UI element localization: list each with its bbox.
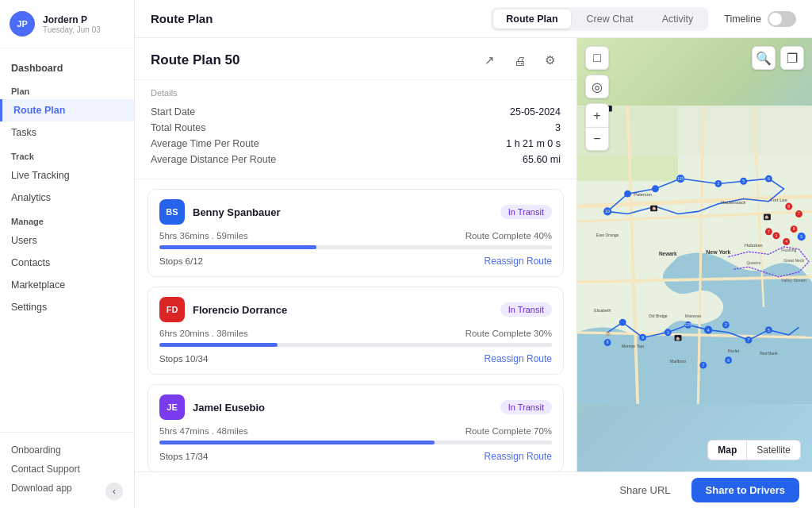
driver-time-dist: 5hrs 36mins . 59miles <box>159 231 248 241</box>
reassign-route-link[interactable]: Reassign Route <box>485 353 552 364</box>
svg-text:2: 2 <box>717 181 719 186</box>
footer-contact-support[interactable]: Contact Support <box>11 460 123 479</box>
status-badge: In Transit <box>500 302 552 317</box>
location-icon[interactable]: ◎ <box>585 75 609 98</box>
driver-footer: Stops 17/34 Reassign Route <box>159 451 552 462</box>
svg-text:New York: New York <box>706 249 730 255</box>
driver-time-dist: 6hrs 20mins . 38miles <box>159 329 248 338</box>
sidebar-item-analytics[interactable]: Analytics <box>0 187 134 209</box>
driver-footer: Stops 10/34 Reassign Route <box>159 353 552 364</box>
progress-bar-fill <box>159 441 435 444</box>
svg-text:9: 9 <box>793 227 795 232</box>
sidebar-item-tasks[interactable]: Tasks <box>0 121 134 144</box>
share-to-drivers-button[interactable]: Share to Drivers <box>691 478 799 502</box>
sidebar-footer: Onboarding Contact Support Download app … <box>0 432 134 508</box>
driver-card-jamel: JE Jamel Eusebio In Transit 5hrs 47mins … <box>147 384 564 471</box>
sidebar-item-settings[interactable]: Settings <box>0 296 134 318</box>
collapse-icon[interactable]: ‹ <box>105 483 123 500</box>
plan-icons: ↗ 🖨 ⚙ <box>478 49 561 71</box>
driver-avatar: BS <box>159 199 185 225</box>
zoom-out-icon[interactable]: − <box>585 127 609 151</box>
driver-stops: Stops 6/12 <box>159 256 203 266</box>
svg-text:Elizabeth: Elizabeth <box>594 308 611 313</box>
svg-text:125: 125 <box>678 177 684 181</box>
map-type-satellite[interactable]: Satellite <box>747 441 800 460</box>
svg-text:Fort Lee: Fort Lee <box>770 198 787 202</box>
status-badge: In Transit <box>500 400 552 414</box>
svg-text:Matawan: Matawan <box>685 314 702 318</box>
user-name: Jordern P <box>43 14 101 25</box>
reassign-route-link[interactable]: Reassign Route <box>485 451 552 462</box>
svg-text:Queens: Queens <box>746 260 760 265</box>
map-svg: 10 125 2 5 6 🏠 🏠 <box>577 38 812 471</box>
svg-text:6: 6 <box>768 176 770 181</box>
svg-text:4: 4 <box>785 239 787 244</box>
timeline-toggle[interactable] <box>768 11 796 27</box>
detail-avg-time: Average Time Per Route 1 h 21 m 0 s <box>151 136 561 152</box>
driver-stats: 6hrs 20mins . 38miles Route Complete 30% <box>159 329 552 338</box>
content-area: Route Plan 50 ↗ 🖨 ⚙ Details Start Date 2… <box>135 38 812 471</box>
driver-avatar: JE <box>159 394 185 420</box>
svg-text:Old Bridge: Old Bridge <box>649 314 668 318</box>
svg-text:Great Neck: Great Neck <box>783 258 804 263</box>
driver-header: FD Florencio Dorrance In Transit <box>159 297 552 322</box>
sidebar-item-route-plan[interactable]: Route Plan <box>0 99 134 121</box>
detail-total-routes: Total Routes 3 <box>151 120 561 136</box>
sidebar-item-marketplace[interactable]: Marketplace <box>0 274 134 296</box>
sidebar-section-plan: Plan <box>0 79 134 99</box>
sidebar-item-dashboard[interactable]: Dashboard <box>0 55 134 79</box>
tab-group: Route Plan Crew Chat Activity <box>491 7 708 31</box>
map-type-selector: Map Satellite <box>707 440 801 460</box>
svg-text:5: 5 <box>800 234 802 239</box>
detail-avg-dist: Average Distance Per Route 65.60 mi <box>151 152 561 167</box>
svg-text:3: 3 <box>775 233 777 238</box>
svg-text:7: 7 <box>702 363 704 368</box>
sidebar-item-users[interactable]: Users <box>0 229 134 252</box>
reassign-route-link[interactable]: Reassign Route <box>485 256 552 267</box>
main-content: Route Plan Route Plan Crew Chat Activity… <box>135 0 812 508</box>
zoom-in-icon[interactable]: + <box>585 103 609 127</box>
svg-text:Flushing: Flushing <box>781 248 796 252</box>
svg-text:7: 7 <box>768 229 770 234</box>
share-url-button[interactable]: Share URL <box>607 478 683 502</box>
footer-download-app[interactable]: Download app ‹ <box>11 479 123 498</box>
sidebar-item-live-tracking[interactable]: Live Tracking <box>0 164 134 187</box>
tab-crew-chat[interactable]: Crew Chat <box>574 10 646 29</box>
driver-stats: 5hrs 36mins . 59miles Route Complete 40% <box>159 231 552 241</box>
driver-name: Jamel Eusebio <box>193 402 492 414</box>
svg-text:Hazlet: Hazlet <box>728 348 740 353</box>
plan-title: Route Plan 50 <box>151 52 239 68</box>
footer-onboarding[interactable]: Onboarding <box>11 441 123 460</box>
driver-name: Benny Spanbauer <box>193 206 492 218</box>
svg-text:Red Bank: Red Bank <box>760 351 778 356</box>
driver-stops: Stops 17/34 <box>159 452 208 461</box>
svg-text:Hackensack: Hackensack <box>721 200 745 205</box>
tab-route-plan[interactable]: Route Plan <box>493 10 570 29</box>
svg-text:Marlboro: Marlboro <box>670 359 686 364</box>
sidebar: JP Jordern P Tuesday, Jun 03 Dashboard P… <box>0 0 135 508</box>
driver-complete: Route Complete 40% <box>465 231 552 241</box>
svg-point-13 <box>652 185 659 192</box>
timeline-label: Timeline <box>724 13 761 25</box>
select-tool-icon[interactable]: □ <box>585 46 609 70</box>
svg-text:8: 8 <box>607 340 609 344</box>
print-icon[interactable]: 🖨 <box>508 49 530 71</box>
external-link-icon[interactable]: ↗ <box>478 49 500 71</box>
user-avatar: JP <box>10 11 35 37</box>
fullscreen-icon[interactable]: ❐ <box>780 46 804 70</box>
details-label: Details <box>151 88 561 98</box>
driver-header: JE Jamel Eusebio In Transit <box>159 394 552 420</box>
search-map-icon[interactable]: 🔍 <box>752 46 776 70</box>
tab-activity[interactable]: Activity <box>649 10 707 29</box>
svg-point-12 <box>624 190 631 198</box>
progress-bar-fill <box>159 343 278 347</box>
settings-icon[interactable]: ⚙ <box>538 49 561 71</box>
map-type-map[interactable]: Map <box>708 441 746 460</box>
driver-complete: Route Complete 70% <box>465 426 552 436</box>
map-controls-tl: □ ◎ + − <box>585 46 609 151</box>
driver-cards-container: BS Benny Spanbauer In Transit 5hrs 36min… <box>135 189 576 471</box>
svg-rect-2 <box>577 106 812 156</box>
svg-text:🏠: 🏠 <box>606 331 611 337</box>
svg-text:2: 2 <box>725 322 727 327</box>
sidebar-item-contacts[interactable]: Contacts <box>0 252 134 274</box>
